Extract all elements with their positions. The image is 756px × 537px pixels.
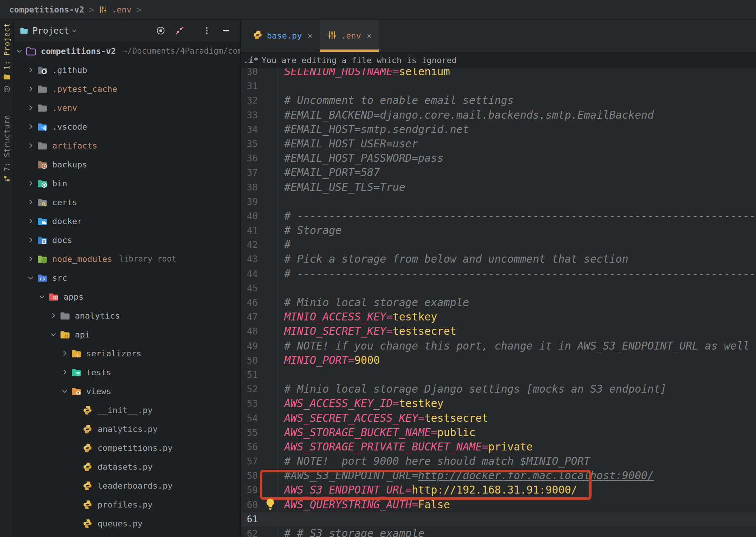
chevron-collapsed-icon[interactable] <box>26 235 36 245</box>
tree-item-.pytest_cache[interactable]: .pytest_cache <box>14 79 240 98</box>
line-number[interactable]: 38 <box>241 180 258 195</box>
line-number[interactable]: 56 <box>241 440 258 454</box>
line-number[interactable]: 35 <box>241 137 258 151</box>
code-line-42[interactable]: 42# <box>241 238 756 252</box>
project-file-tree[interactable]: competitions-v2~/Documents/4Paradigm/com… <box>14 42 240 537</box>
tree-item-analytics.py[interactable]: analytics.py <box>14 419 240 438</box>
line-number[interactable]: 46 <box>241 296 258 310</box>
line-number[interactable]: 61 <box>241 512 258 526</box>
chevron-collapsed-icon[interactable] <box>26 65 36 75</box>
tab-close-icon[interactable]: × <box>308 31 313 40</box>
more-options-icon[interactable] <box>202 26 212 36</box>
tree-item-certs[interactable]: certs <box>14 193 240 212</box>
tree-item-node_modules[interactable]: node_moduleslibrary root <box>14 249 240 268</box>
code-line-31[interactable]: 31 <box>241 79 756 93</box>
code-line-45[interactable]: 45 <box>241 281 756 296</box>
chevron-collapsed-icon[interactable] <box>60 348 70 358</box>
tree-item-queues.py[interactable]: queues.py <box>14 514 240 533</box>
tree-item-apps[interactable]: apps <box>14 287 240 306</box>
tree-item-views[interactable]: views <box>14 382 240 401</box>
intention-lightbulb-icon[interactable] <box>265 498 276 511</box>
line-number[interactable]: 33 <box>241 108 258 122</box>
line-number[interactable]: 53 <box>241 396 258 411</box>
tree-item-docs[interactable]: docs <box>14 231 240 249</box>
line-number[interactable]: 55 <box>241 426 258 440</box>
code-line-49[interactable]: 49# NOTE! if you change this port, chang… <box>241 339 756 353</box>
editor-content[interactable]: 30SELENIUM_HOSTNAME=selenium3132# Uncomm… <box>241 65 756 537</box>
code-line-36[interactable]: 36#EMAIL_HOST_PASSWORD=pass <box>241 151 756 166</box>
circled-tool-icon[interactable] <box>3 85 11 94</box>
line-number[interactable]: 47 <box>241 310 258 324</box>
line-number[interactable]: 48 <box>241 324 258 339</box>
line-number[interactable]: 43 <box>241 252 258 266</box>
chevron-expanded-icon[interactable] <box>26 273 36 283</box>
chevron-collapsed-icon[interactable] <box>26 141 36 150</box>
tree-item-profiles.py[interactable]: profiles.py <box>14 495 240 514</box>
tree-item-partial[interactable] <box>14 533 240 537</box>
code-line-50[interactable]: 50MINIO_PORT=9000 <box>241 353 756 368</box>
code-line-32[interactable]: 32# Uncomment to enable email settings <box>241 93 756 108</box>
line-number[interactable]: 34 <box>241 122 258 137</box>
code-line-44[interactable]: 44# ------------------------------------… <box>241 267 756 281</box>
chevron-collapsed-icon[interactable] <box>26 197 36 207</box>
breadcrumb-file[interactable]: .env <box>112 5 132 14</box>
chevron-collapsed-icon[interactable] <box>26 216 36 226</box>
code-line-60[interactable]: 60AWS_QUERYSTRING_AUTH=False <box>241 498 756 512</box>
code-line-62[interactable]: 62# # S3 storage example <box>241 526 756 537</box>
code-line-54[interactable]: 54AWS_SECRET_ACCESS_KEY=testsecret <box>241 411 756 426</box>
code-line-33[interactable]: 33#EMAIL_BACKEND=django.core.mail.backen… <box>241 108 756 122</box>
line-number[interactable]: 40 <box>241 209 258 223</box>
chevron-collapsed-icon[interactable] <box>60 367 70 377</box>
code-line-40[interactable]: 40# ------------------------------------… <box>241 209 756 223</box>
tree-item-leaderboards.py[interactable]: leaderboards.py <box>14 476 240 495</box>
tree-item-analytics[interactable]: analytics <box>14 306 240 325</box>
code-line-35[interactable]: 35#EMAIL_HOST_USER=user <box>241 137 756 151</box>
chevron-collapsed-icon[interactable] <box>26 103 36 113</box>
code-line-56[interactable]: 56AWS_STORAGE_PRIVATE_BUCKET_NAME=privat… <box>241 440 756 454</box>
breadcrumb-project[interactable]: competitions-v2 <box>9 5 84 14</box>
tree-item-competitions.py[interactable]: competitions.py <box>14 438 240 457</box>
locate-icon[interactable] <box>156 26 166 36</box>
code-line-61[interactable]: 61 <box>241 512 756 526</box>
code-line-55[interactable]: 55AWS_STORAGE_BUCKET_NAME=public <box>241 426 756 440</box>
tree-item-tests[interactable]: tests <box>14 363 240 382</box>
chevron-down-icon[interactable] <box>69 26 79 36</box>
collapse-all-icon[interactable] <box>175 26 184 36</box>
line-number[interactable]: 36 <box>241 151 258 166</box>
tree-item-docker[interactable]: docker <box>14 212 240 231</box>
line-number[interactable]: 58 <box>241 469 258 483</box>
line-number[interactable]: 60 <box>241 498 258 512</box>
tree-item-.github[interactable]: .github <box>14 60 240 79</box>
line-number[interactable]: 49 <box>241 339 258 353</box>
code-line-34[interactable]: 34#EMAIL_HOST=smtp.sendgrid.net <box>241 122 756 137</box>
code-line-39[interactable]: 39 <box>241 195 756 209</box>
code-line-52[interactable]: 52# Minio local storage Django settings … <box>241 382 756 396</box>
chevron-collapsed-icon[interactable] <box>26 178 36 188</box>
line-number[interactable]: 54 <box>241 411 258 426</box>
line-number[interactable]: 31 <box>241 79 258 93</box>
code-line-46[interactable]: 46# Minio local storage example <box>241 296 756 310</box>
chevron-expanded-icon[interactable] <box>37 292 47 302</box>
tree-item-serializers[interactable]: {..}serializers <box>14 344 240 363</box>
line-number[interactable]: 51 <box>241 368 258 382</box>
editor-tab-base.py[interactable]: base.py× <box>245 20 320 52</box>
code-line-53[interactable]: 53AWS_ACCESS_KEY_ID=testkey <box>241 396 756 411</box>
line-number[interactable]: 57 <box>241 454 258 469</box>
code-line-41[interactable]: 41# Storage <box>241 223 756 238</box>
line-number[interactable]: 45 <box>241 281 258 296</box>
tool-stripe-project-button[interactable]: 1: Project <box>0 23 14 94</box>
chevron-collapsed-icon[interactable] <box>48 311 58 320</box>
line-number[interactable]: 37 <box>241 166 258 180</box>
line-number[interactable]: 41 <box>241 223 258 238</box>
line-number[interactable]: 39 <box>241 195 258 209</box>
line-number[interactable]: 50 <box>241 353 258 368</box>
tree-item-.vscode[interactable]: .vscode <box>14 117 240 136</box>
chevron-expanded-icon[interactable] <box>14 46 24 56</box>
chevron-collapsed-icon[interactable] <box>26 254 36 264</box>
tree-item-api[interactable]: api <box>14 325 240 344</box>
editor-tab-env[interactable]: .env× <box>320 20 379 52</box>
chevron-collapsed-icon[interactable] <box>26 122 36 132</box>
code-line-37[interactable]: 37#EMAIL_PORT=587 <box>241 166 756 180</box>
tree-item-datasets.py[interactable]: datasets.py <box>14 457 240 476</box>
chevron-collapsed-icon[interactable] <box>26 84 36 94</box>
